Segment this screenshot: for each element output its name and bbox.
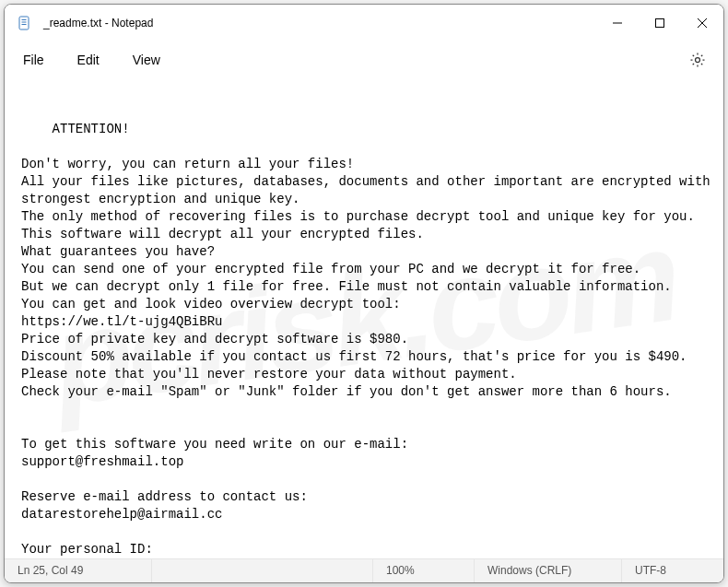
svg-point-8 [696,58,700,63]
menu-file[interactable]: File [6,47,61,73]
menubar: File Edit View [5,41,723,78]
editor-content: ATTENTION! Don't worry, you can return a… [21,122,718,558]
status-line-ending: Windows (CRLF) [475,559,622,582]
window-controls [596,5,723,41]
gear-icon [689,52,706,68]
text-editor-area[interactable]: pcrisk.com ATTENTION! Don't worry, you c… [5,78,723,558]
status-zoom[interactable]: 100% [373,559,475,582]
status-cursor-position: Ln 25, Col 49 [5,559,152,582]
maximize-button[interactable] [639,5,681,41]
titlebar[interactable]: _readme.txt - Notepad [5,5,723,41]
close-button[interactable] [681,5,723,41]
menu-view[interactable]: View [116,47,177,73]
status-encoding: UTF-8 [622,559,723,582]
svg-rect-0 [19,17,29,29]
settings-button[interactable] [679,41,716,78]
notepad-window: _readme.txt - Notepad File Edit View pcr… [4,4,724,583]
window-title: _readme.txt - Notepad [43,17,596,29]
notepad-app-icon [18,16,32,30]
minimize-button[interactable] [596,5,639,41]
menu-edit[interactable]: Edit [61,47,116,73]
statusbar: Ln 25, Col 49 100% Windows (CRLF) UTF-8 [5,558,723,582]
svg-rect-5 [656,19,664,28]
